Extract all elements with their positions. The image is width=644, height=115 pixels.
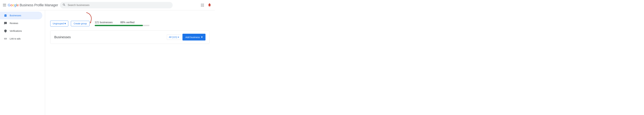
grid-dots-icon xyxy=(201,4,204,7)
link-icon xyxy=(4,37,7,40)
sidebar-reviews-label: Reviews xyxy=(10,22,18,25)
hamburger-menu-button[interactable] xyxy=(2,3,6,7)
app-logo: Google Business Profile Manager xyxy=(8,3,58,7)
search-input[interactable] xyxy=(68,4,170,7)
search-icon xyxy=(62,3,66,7)
progress-bar xyxy=(95,25,150,26)
sidebar-link-to-ads-label: Link to ads xyxy=(10,37,20,40)
sidebar-item-link-to-ads[interactable]: Link to ads xyxy=(0,35,42,43)
header-right xyxy=(199,2,212,8)
logo-g2: g xyxy=(14,3,16,7)
app-header: Google Business Profile Manager xyxy=(0,0,215,10)
logo-rest: Business Profile Manager xyxy=(19,3,58,7)
chevron-down-icon: ▾ xyxy=(201,35,202,39)
chevron-down-icon: ▾ xyxy=(64,22,66,25)
account-avatar[interactable] xyxy=(207,3,212,8)
chevron-down-icon: ▾ xyxy=(178,36,179,38)
shield-icon xyxy=(4,29,7,33)
header-left: Google Business Profile Manager xyxy=(2,3,58,7)
toolbar: Ungrouped ▾ Create group 121 businesses … xyxy=(50,21,210,27)
businesses-title: Businesses xyxy=(54,35,71,39)
add-business-button[interactable]: Add business ▾ xyxy=(182,34,206,41)
businesses-count: 121 businesses xyxy=(95,21,112,24)
all-filter-label: All (121) xyxy=(169,36,177,38)
sidebar-item-businesses[interactable]: Businesses xyxy=(0,12,42,19)
logo-o2: o xyxy=(12,3,14,7)
businesses-section: Businesses All (121) ▾ Add business ▾ xyxy=(50,30,210,44)
create-group-label: Create group xyxy=(74,22,87,25)
ungrouped-label: Ungrouped xyxy=(53,22,64,25)
search-bar[interactable] xyxy=(60,2,173,8)
logo-g: G xyxy=(8,3,10,7)
sidebar-businesses-label: Businesses xyxy=(10,14,21,17)
main-content: Ungrouped ▾ Create group 121 businesses … xyxy=(45,10,215,115)
sidebar-item-verifications[interactable]: Verifications xyxy=(0,27,42,35)
progress-bar-fill xyxy=(95,25,143,26)
reviews-icon xyxy=(4,22,7,25)
add-business-label: Add business xyxy=(185,36,200,39)
all-filter-button[interactable]: All (121) ▾ xyxy=(167,34,181,40)
sidebar-item-reviews[interactable]: Reviews xyxy=(0,19,42,27)
svg-marker-1 xyxy=(90,22,91,23)
ungrouped-button[interactable]: Ungrouped ▾ xyxy=(50,21,68,27)
businesses-header: Businesses All (121) ▾ Add business ▾ xyxy=(54,34,206,41)
store-icon xyxy=(4,14,7,17)
stats-container: 121 businesses 88% verified xyxy=(95,21,150,26)
logo-o1: o xyxy=(10,3,12,7)
stats-row: 121 businesses 88% verified xyxy=(95,21,150,24)
google-apps-button[interactable] xyxy=(199,2,206,8)
verified-pct: 88% verified xyxy=(120,21,134,24)
sidebar: Businesses Reviews Verifications xyxy=(0,10,45,115)
logo-e: e xyxy=(17,3,19,7)
sidebar-verifications-label: Verifications xyxy=(10,30,22,32)
main-layout: Businesses Reviews Verifications xyxy=(0,10,215,115)
create-group-button[interactable]: Create group xyxy=(71,21,90,26)
businesses-actions: All (121) ▾ Add business ▾ xyxy=(167,34,206,41)
